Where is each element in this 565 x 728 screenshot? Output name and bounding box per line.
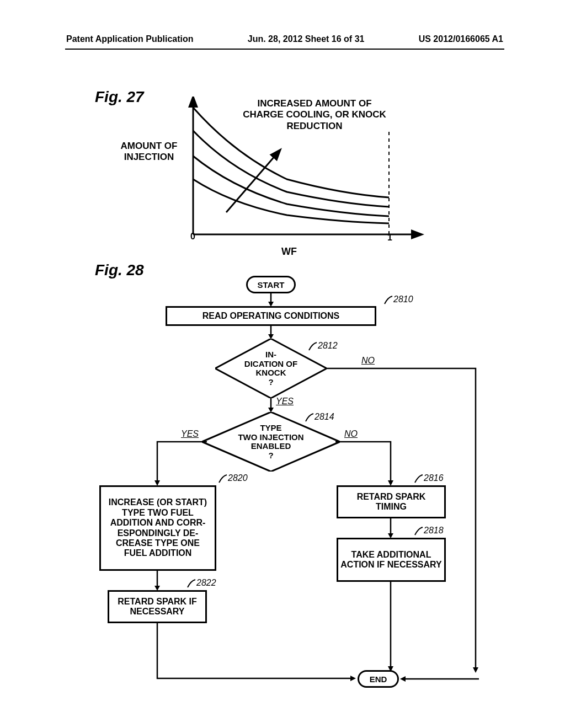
connector-line — [388, 582, 393, 673]
retard-spark-if-necessary-process: RETARD SPARK IF NECESSARY — [108, 590, 207, 623]
fig28-flowchart: START READ OPERATING CONDITIONS 2810 IN-… — [83, 276, 480, 689]
chart-x-axis-label: WF — [281, 246, 297, 258]
ref-2816: 2816 — [414, 473, 444, 484]
header-right: US 2012/0166065 A1 — [419, 34, 503, 44]
end-terminal: END — [358, 670, 399, 688]
connector-line — [335, 440, 395, 487]
yes-label: YES — [181, 429, 199, 439]
increase-type-two-process: INCREASE (OR START) TYPE TWO FUEL ADDITI… — [99, 485, 216, 571]
svg-marker-10 — [473, 667, 478, 673]
ref-2820: 2820 — [218, 473, 248, 484]
arrow-icon — [388, 518, 393, 538]
read-conditions-process: READ OPERATING CONDITIONS — [166, 306, 376, 326]
no-label: NO — [344, 429, 358, 439]
connector-line — [154, 623, 359, 681]
no-label: NO — [361, 356, 375, 366]
fig27-chart — [188, 97, 425, 251]
take-additional-action-process: TAKE ADDITIONAL ACTION IF NECESSARY — [337, 538, 446, 582]
chart-y-axis-label: AMOUNT OF INJECTION — [110, 141, 188, 163]
figure-27-label: Fig. 27 — [95, 88, 144, 106]
chart-xtick-0: 0 — [190, 232, 195, 242]
svg-marker-20 — [350, 676, 356, 681]
arrow-icon — [268, 293, 274, 307]
arrow-icon — [154, 571, 160, 591]
connector-line — [154, 440, 207, 487]
ref-2814: 2814 — [305, 412, 334, 422]
arrow-icon — [399, 676, 479, 682]
header-left: Patent Application Publication — [66, 34, 194, 44]
ref-2812: 2812 — [308, 341, 338, 351]
svg-marker-24 — [400, 676, 406, 682]
chart-xtick-1: 1 — [387, 233, 392, 243]
start-terminal: START — [246, 276, 296, 293]
yes-label: YES — [276, 397, 294, 406]
retard-spark-timing-process: RETARD SPARK TIMING — [337, 485, 446, 518]
header-center: Jun. 28, 2012 Sheet 16 of 31 — [248, 34, 365, 44]
arrow-icon — [268, 326, 274, 339]
header-divider — [65, 49, 504, 50]
arrow-icon — [268, 398, 274, 413]
ref-2818: 2818 — [414, 526, 444, 536]
page-header: Patent Application Publication Jun. 28, … — [0, 34, 565, 44]
ref-2822: 2822 — [186, 578, 216, 588]
ref-2810: 2810 — [383, 295, 413, 305]
